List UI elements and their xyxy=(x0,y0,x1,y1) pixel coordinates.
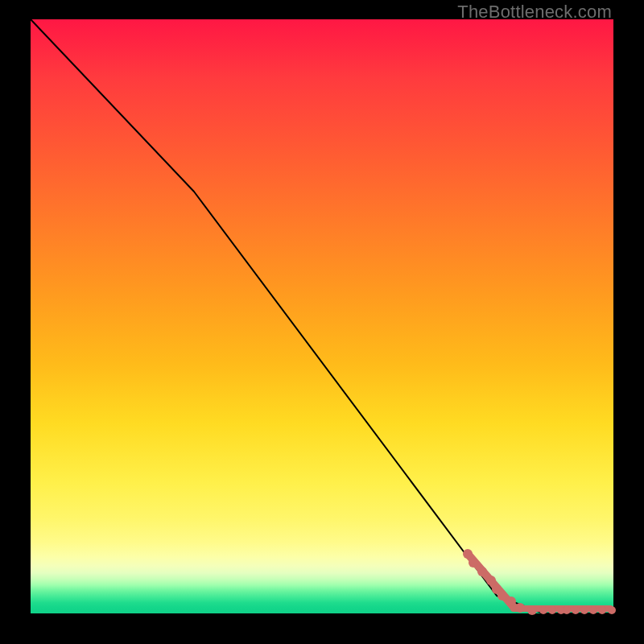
plot-area xyxy=(31,19,613,613)
marker-dot xyxy=(580,606,588,614)
chart-svg xyxy=(31,19,613,613)
marker-dot xyxy=(515,603,525,613)
marker-dot xyxy=(463,549,473,559)
marker-dot xyxy=(563,606,571,614)
chart-frame: TheBottleneck.com xyxy=(0,0,644,644)
marker-dot xyxy=(572,606,580,614)
marker-dot xyxy=(477,567,487,576)
marker-dot xyxy=(486,576,496,585)
marker-dot xyxy=(527,605,537,615)
marker-dot xyxy=(469,558,478,568)
marker-dot xyxy=(589,606,597,614)
marker-dot xyxy=(548,606,556,614)
marker-dot xyxy=(598,606,606,614)
watermark-text: TheBottleneck.com xyxy=(457,2,612,23)
marker-dot xyxy=(506,597,516,606)
marker-dot xyxy=(539,606,547,614)
marker-dot xyxy=(497,591,507,601)
bottleneck-curve xyxy=(31,19,613,613)
marker-dot xyxy=(608,606,616,614)
